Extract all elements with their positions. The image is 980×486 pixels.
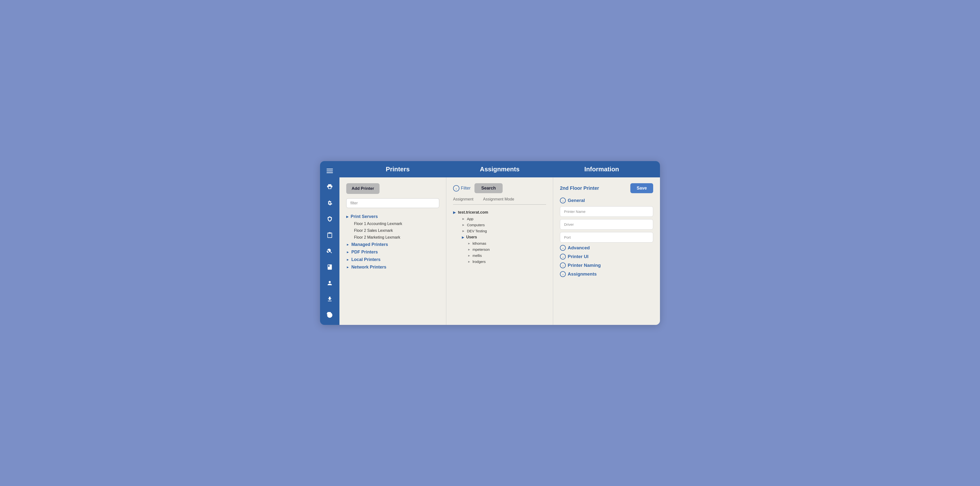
print-servers-item[interactable]: ▶ Print Servers bbox=[346, 213, 439, 220]
assignments-title: Assignments bbox=[568, 271, 597, 277]
tab-assignment-mode[interactable]: Assignment Mode bbox=[483, 197, 514, 202]
advanced-title: Advanced bbox=[568, 245, 590, 250]
tab-assignment[interactable]: Assignment bbox=[453, 197, 474, 202]
app-container: Printers Assignments Information Add Pri… bbox=[320, 161, 660, 325]
mellis-item[interactable]: ► mellis bbox=[453, 252, 546, 258]
assignments-section-header[interactable]: ⌄ Assignments bbox=[560, 271, 653, 277]
kthomas-item[interactable]: ► kthomas bbox=[453, 240, 546, 246]
download-icon[interactable] bbox=[325, 294, 335, 304]
kthomas-label: kthomas bbox=[473, 241, 486, 245]
printers-header: Printers bbox=[347, 166, 449, 173]
mpeterson-arrow: ► bbox=[468, 248, 471, 251]
general-chevron-icon: ⌄ bbox=[560, 198, 566, 203]
gear-icon[interactable] bbox=[325, 198, 335, 208]
kthomas-arrow: ► bbox=[468, 242, 471, 245]
local-printers-item[interactable]: ► Local Printers bbox=[346, 256, 439, 263]
app-label: App bbox=[467, 217, 474, 221]
assignments-chevron-icon: ⌄ bbox=[560, 271, 566, 277]
printer-ui-section-header[interactable]: ⌄ Printer UI bbox=[560, 254, 653, 260]
panels: Add Printer ▶ Print Servers Floor 1 Acco… bbox=[339, 177, 660, 325]
printer-naming-section-header[interactable]: ⌄ Printer Naming bbox=[560, 263, 653, 268]
network-printers-label: Network Printers bbox=[352, 265, 386, 270]
computers-label: Computers bbox=[467, 223, 485, 227]
filter-label: Filter bbox=[461, 186, 471, 191]
assignments-header: Assignments bbox=[449, 166, 551, 173]
computers-item[interactable]: ► Computers bbox=[453, 222, 546, 228]
print-servers-arrow: ▶ bbox=[346, 215, 349, 218]
printer-item-floor1[interactable]: Floor 1 Accounting Lexmark bbox=[346, 220, 439, 227]
computers-arrow: ► bbox=[462, 223, 465, 227]
filter-circle-icon: ⌄ bbox=[453, 185, 460, 191]
mellis-label: mellis bbox=[473, 253, 482, 258]
lrodgers-arrow: ► bbox=[468, 260, 471, 263]
printer-item-floor2-sales[interactable]: Floor 2 Sales Lexmark bbox=[346, 227, 439, 234]
tricerat-arrow: ▶ bbox=[453, 210, 456, 215]
network-printers-arrow: ► bbox=[346, 265, 349, 269]
local-printers-label: Local Printers bbox=[352, 257, 380, 262]
info-header: 2nd Floor Printer Save bbox=[560, 183, 653, 193]
information-header: Information bbox=[551, 166, 653, 173]
hamburger-menu-icon[interactable] bbox=[325, 166, 335, 176]
pdf-printers-item[interactable]: ► PDF Printers bbox=[346, 249, 439, 256]
search-button[interactable]: Search bbox=[474, 183, 503, 193]
refresh-icon[interactable] bbox=[325, 310, 335, 320]
information-panel: 2nd Floor Printer Save ⌄ General Printer… bbox=[553, 177, 660, 325]
assignments-tabs: Assignment Assignment Mode bbox=[453, 197, 546, 205]
assignments-panel: ⌄ Filter Search Assignment Assignment Mo… bbox=[446, 177, 553, 325]
printer-naming-chevron-icon: ⌄ bbox=[560, 263, 566, 268]
lrodgers-item[interactable]: ► lrodgers bbox=[453, 258, 546, 265]
mpeterson-label: mpeterson bbox=[473, 247, 490, 252]
managed-printers-label: Managed Printers bbox=[352, 242, 388, 247]
advanced-section-header[interactable]: ⌄ Advanced bbox=[560, 245, 653, 251]
users-arrow: ▶ bbox=[462, 236, 464, 239]
printers-panel: Add Printer ▶ Print Servers Floor 1 Acco… bbox=[339, 177, 446, 325]
printer-naming-title: Printer Naming bbox=[568, 263, 601, 268]
network-printers-item[interactable]: ► Network Printers bbox=[346, 263, 439, 271]
users-item[interactable]: ▶ Users bbox=[453, 234, 546, 240]
printer-ui-chevron-icon: ⌄ bbox=[560, 254, 566, 260]
printer-item-floor2-marketing[interactable]: Floor 2 Marketing Lexmark bbox=[346, 234, 439, 241]
printer-icon[interactable] bbox=[325, 182, 335, 192]
clipboard-icon[interactable] bbox=[325, 229, 335, 240]
svg-rect-2 bbox=[326, 172, 333, 173]
local-printers-arrow: ► bbox=[346, 258, 349, 261]
pdf-printers-label: PDF Printers bbox=[352, 250, 378, 255]
driver-field[interactable]: Driver bbox=[560, 219, 653, 229]
users-label: Users bbox=[466, 235, 477, 239]
dev-testing-arrow: ► bbox=[462, 229, 465, 233]
book-icon[interactable] bbox=[325, 262, 335, 272]
printer-name-title: 2nd Floor Printer bbox=[560, 185, 599, 191]
port-field[interactable]: Port bbox=[560, 232, 653, 242]
mpeterson-item[interactable]: ► mpeterson bbox=[453, 246, 546, 252]
assignments-toolbar: ⌄ Filter Search bbox=[453, 183, 546, 193]
save-button[interactable]: Save bbox=[630, 183, 653, 193]
tricerat-label: test.tricerat.com bbox=[458, 210, 488, 215]
pdf-printers-arrow: ► bbox=[346, 250, 349, 254]
printer-ui-title: Printer UI bbox=[568, 254, 589, 259]
filter-button[interactable]: ⌄ Filter bbox=[453, 185, 471, 191]
filter-input[interactable] bbox=[346, 198, 439, 208]
dev-testing-item[interactable]: ► DEV Testing bbox=[453, 228, 546, 234]
mellis-arrow: ► bbox=[468, 254, 471, 257]
general-section-header[interactable]: ⌄ General bbox=[560, 198, 653, 203]
add-printer-button[interactable]: Add Printer bbox=[346, 183, 380, 194]
main-content: Printers Assignments Information Add Pri… bbox=[339, 161, 660, 325]
search-doc-icon[interactable] bbox=[325, 246, 335, 257]
advanced-chevron-icon: ⌄ bbox=[560, 245, 566, 251]
svg-rect-0 bbox=[326, 169, 333, 169]
svg-rect-1 bbox=[326, 170, 333, 171]
tricerat-item[interactable]: ▶ test.tricerat.com bbox=[453, 209, 546, 216]
person-icon[interactable] bbox=[325, 278, 335, 288]
managed-printers-arrow: ► bbox=[346, 243, 349, 246]
printer-name-field[interactable]: Printer Name bbox=[560, 206, 653, 217]
app-arrow: ► bbox=[462, 217, 465, 221]
sidebar bbox=[320, 161, 339, 325]
print-servers-label: Print Servers bbox=[351, 214, 378, 219]
lrodgers-label: lrodgers bbox=[473, 260, 486, 264]
app-item[interactable]: ► App bbox=[453, 216, 546, 222]
dev-testing-label: DEV Testing bbox=[467, 229, 487, 233]
general-title: General bbox=[568, 198, 585, 203]
shield-icon[interactable] bbox=[325, 214, 335, 224]
managed-printers-item[interactable]: ► Managed Printers bbox=[346, 241, 439, 249]
header-bar: Printers Assignments Information bbox=[339, 161, 660, 177]
